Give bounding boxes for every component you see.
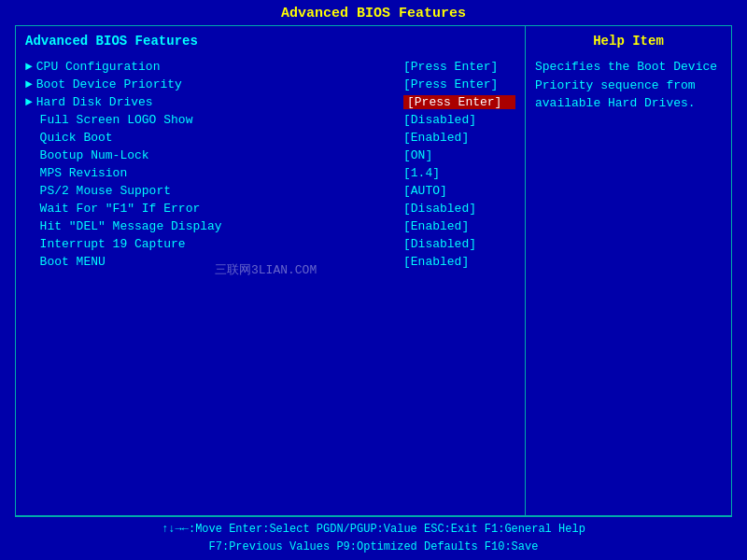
menu-value: [AUTO] (403, 184, 515, 198)
right-panel-title: Help Item (535, 34, 722, 49)
menu-value: [Disabled] (403, 237, 515, 251)
menu-value: [Enabled] (403, 219, 515, 233)
menu-label: MPS Revision (25, 166, 127, 180)
menu-row[interactable]: PS/2 Mouse Support[AUTO] (25, 182, 515, 200)
menu-value: [Disabled] (403, 113, 515, 127)
menu-value: [Press Enter] (403, 95, 515, 109)
menu-row[interactable]: Hit "DEL" Message Display[Enabled] (25, 217, 515, 235)
menu-label: Quick Boot (25, 131, 113, 145)
menu-row[interactable]: Boot MENU[Enabled] (25, 253, 515, 271)
menu-row[interactable]: ►Boot Device Priority[Press Enter] (25, 76, 515, 93)
menu-label: Boot MENU (25, 255, 106, 269)
left-panel-title: Advanced BIOS Features (25, 34, 515, 49)
menu-row[interactable]: Wait For "F1" If Error[Disabled] (25, 200, 515, 217)
menu-row[interactable]: ►Hard Disk Drives[Press Enter] (25, 93, 515, 111)
menu-label: Wait For "F1" If Error (25, 202, 200, 216)
bios-title: Advanced BIOS Features (0, 0, 747, 25)
menu-label: Interrupt 19 Capture (25, 237, 186, 251)
bottom-line-1: ↑↓→←:Move Enter:Select PGDN/PGUP:Value E… (21, 521, 726, 539)
menu-label: Hit "DEL" Message Display (25, 219, 222, 233)
menu-label: PS/2 Mouse Support (25, 184, 171, 198)
menu-label: ►Hard Disk Drives (25, 95, 153, 109)
menu-row[interactable]: ►CPU Configuration[Press Enter] (25, 58, 515, 76)
menu-value: [Press Enter] (403, 60, 515, 74)
menu-label: Bootup Num-Lock (25, 148, 149, 162)
bottom-bar: ↑↓→←:Move Enter:Select PGDN/PGUP:Value E… (15, 516, 732, 560)
menu-value: [ON] (403, 148, 515, 162)
menu-value: [1.4] (403, 166, 515, 180)
menu-row[interactable]: Quick Boot[Enabled] (25, 129, 515, 147)
menu-row[interactable]: Bootup Num-Lock[ON] (25, 147, 515, 164)
help-text: Specifies the Boot Device Priority seque… (535, 58, 722, 113)
menu-row[interactable]: Full Screen LOGO Show[Disabled] (25, 111, 515, 129)
menu-label: ►CPU Configuration (25, 60, 160, 74)
menu-row[interactable]: Interrupt 19 Capture[Disabled] (25, 235, 515, 253)
bottom-line-2: F7:Previous Values P9:Optimized Defaults… (21, 539, 726, 556)
menu-list: ►CPU Configuration[Press Enter]►Boot Dev… (25, 58, 515, 271)
menu-value: [Enabled] (403, 255, 515, 269)
menu-value: [Disabled] (403, 202, 515, 216)
menu-row[interactable]: MPS Revision[1.4] (25, 164, 515, 182)
menu-value: [Press Enter] (403, 77, 515, 91)
menu-label: ►Boot Device Priority (25, 77, 182, 91)
menu-label: Full Screen LOGO Show (25, 113, 192, 127)
menu-value: [Enabled] (403, 131, 515, 145)
